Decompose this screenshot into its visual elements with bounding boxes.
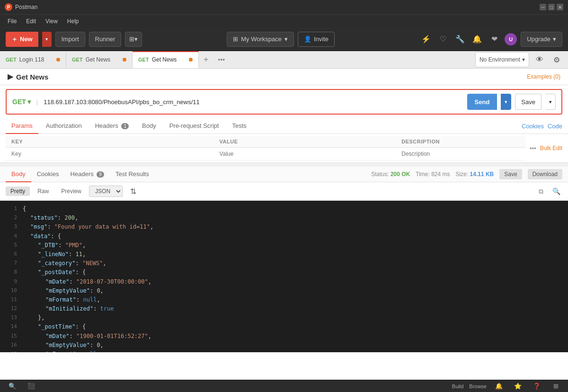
upgrade-button[interactable]: Upgrade ▾ (521, 32, 562, 47)
build-tab[interactable]: Build (452, 383, 463, 389)
send-dropdown-button[interactable]: ▾ (501, 94, 511, 110)
view-raw-button[interactable]: Raw (33, 187, 53, 196)
params-section: KEY VALUE DESCRIPTION ••• (0, 134, 568, 163)
tab-name: Get News (86, 56, 111, 63)
invite-button[interactable]: 👤 Invite (298, 32, 335, 47)
new-dropdown-button[interactable]: ▾ (42, 32, 52, 47)
params-options-button[interactable]: ••• (530, 145, 536, 152)
env-settings-button[interactable]: ⚙ (550, 53, 563, 66)
json-line: 1{ (0, 205, 568, 214)
value-input[interactable] (220, 151, 390, 157)
status-bar-left: 🔍 ⬛ (6, 380, 38, 392)
json-line: 11"mFormat": null, (0, 295, 568, 304)
new-button[interactable]: ＋ New (6, 32, 38, 47)
menu-bar: File Edit View Help (0, 14, 568, 27)
heart-icon[interactable]: ❤ (488, 33, 501, 46)
resp-view-right: ⧉ 🔍 (535, 185, 562, 197)
resp-tab-test-results[interactable]: Test Results (110, 167, 155, 182)
size-value: 14.11 KB (470, 171, 494, 178)
json-line: 3"msg": "Found your data with id=11", (0, 223, 568, 232)
toolbar-center: ⊞ My Workspace ▾ 👤 Invite (146, 32, 416, 47)
search-response-button[interactable]: 🔍 (550, 185, 562, 197)
request-name-arrow: ▶ (8, 72, 13, 81)
tab-body[interactable]: Body (136, 118, 162, 134)
tab-params[interactable]: Params (6, 118, 38, 134)
resp-tab-cookies[interactable]: Cookies (31, 167, 65, 182)
json-line: 7"_category": "NEWS", (0, 259, 568, 268)
bulk-edit-button[interactable]: Bulk Edit (540, 145, 562, 151)
desc-input[interactable] (401, 151, 520, 157)
workspace-chevron: ▾ (284, 36, 288, 43)
response-download-button[interactable]: Download (528, 169, 562, 179)
maximize-button[interactable]: □ (548, 4, 555, 10)
json-line: 14"_postTime": { (0, 322, 568, 331)
terminal-status-button[interactable]: ⬛ (25, 380, 38, 392)
examples-link[interactable]: Examples (0) (527, 73, 560, 80)
cookies-link[interactable]: Cookies (522, 123, 544, 130)
status-label: Status: 200 OK (371, 171, 410, 178)
key-input[interactable] (11, 151, 208, 157)
sort-button[interactable]: ⇅ (125, 186, 141, 197)
settings-icon[interactable]: 🔧 (453, 33, 467, 46)
runner-button[interactable]: Runner (89, 32, 122, 47)
status-value: 200 OK (390, 171, 410, 178)
heartbeat-icon[interactable]: ♡ (436, 33, 450, 46)
tab-login[interactable]: GET Login 118 (0, 51, 66, 68)
resp-tab-headers[interactable]: Headers 9 (65, 167, 110, 182)
save-button[interactable]: Save (515, 94, 541, 110)
upgrade-chevron: ▾ (553, 36, 556, 43)
size-label: Size: 14.11 KB (456, 171, 494, 178)
url-input[interactable] (44, 98, 463, 106)
code-link[interactable]: Code (548, 123, 562, 130)
json-response-body[interactable]: 1{ 2"status": 200, 3"msg": "Found your d… (0, 201, 568, 352)
add-tab-button[interactable]: + (199, 55, 213, 65)
request-tabs: Params Authorization Headers 1 Body Pre-… (0, 118, 568, 134)
env-eye-button[interactable]: 👁 (533, 53, 546, 66)
tab-name: Login 118 (19, 56, 44, 63)
tab-authorization[interactable]: Authorization (40, 118, 88, 134)
format-selector[interactable]: JSON XML HTML Text (89, 186, 123, 197)
method-selector[interactable]: GET ▾ (12, 98, 31, 106)
import-button[interactable]: Import (55, 32, 85, 47)
view-preview-button[interactable]: Preview (56, 187, 86, 196)
more-status-button[interactable]: ⊞ (549, 380, 562, 392)
star-status-button[interactable]: ⭐ (511, 380, 524, 392)
tab-headers[interactable]: Headers 1 (89, 118, 134, 134)
view-pretty-button[interactable]: Pretty (6, 187, 30, 196)
lightning-icon[interactable]: ⚡ (419, 33, 433, 46)
save-dropdown-button[interactable]: ▾ (545, 94, 556, 110)
request-area: ▶ Get News Examples (0) GET ▾ | Send ▾ S… (0, 69, 568, 380)
desc-col-header: DESCRIPTION (396, 136, 526, 148)
json-line: 10"mEmptyValue": 0, (0, 286, 568, 295)
help-status-button[interactable]: ❓ (530, 380, 543, 392)
tab-tests[interactable]: Tests (226, 118, 252, 134)
workspace-icon: ⊞ (233, 36, 238, 43)
menu-help[interactable]: Help (63, 17, 83, 26)
workspace-button[interactable]: ⊞ My Workspace ▾ (227, 32, 294, 47)
resp-tab-body[interactable]: Body (6, 167, 31, 182)
response-save-button[interactable]: Save (499, 169, 522, 179)
env-selector[interactable]: No Environment ▾ (475, 52, 529, 67)
search-status-button[interactable]: 🔍 (6, 380, 19, 392)
title-bar: P Postman ─ □ ✕ (0, 0, 568, 14)
extra-button[interactable]: ⊞▾ (125, 32, 142, 47)
menu-edit[interactable]: Edit (22, 17, 40, 26)
notifications-status-button[interactable]: 🔔 (492, 380, 506, 392)
status-bar: 🔍 ⬛ Build Browse 🔔 ⭐ ❓ ⊞ (0, 380, 568, 392)
send-button[interactable]: Send (467, 94, 497, 110)
json-line: 9"mDate": "2018-07-30T00:00:00", (0, 277, 568, 286)
menu-view[interactable]: View (42, 17, 62, 26)
app-title: Postman (15, 4, 37, 10)
browse-tab[interactable]: Browse (469, 383, 487, 389)
json-line: 17"mFormat": null, (0, 350, 568, 352)
copy-response-button[interactable]: ⧉ (535, 185, 547, 197)
tab-get-news-1[interactable]: GET Get News (66, 51, 133, 68)
tab-get-news-2[interactable]: GET Get News (133, 51, 199, 68)
menu-file[interactable]: File (4, 17, 20, 26)
close-button[interactable]: ✕ (557, 4, 563, 10)
json-line: 2"status": 200, (0, 214, 568, 223)
tab-pre-request[interactable]: Pre-request Script (164, 118, 225, 134)
more-tabs-button[interactable]: ••• (213, 56, 230, 63)
minimize-button[interactable]: ─ (540, 4, 546, 10)
bell-icon[interactable]: 🔔 (470, 33, 484, 46)
